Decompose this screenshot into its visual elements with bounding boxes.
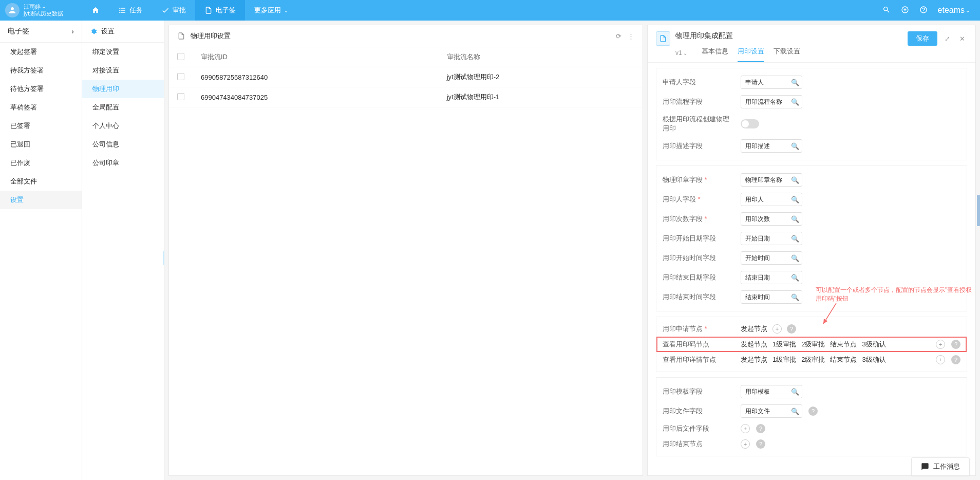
search-icon[interactable]: 🔍 [791,408,799,415]
search-icon[interactable]: 🔍 [791,79,799,86]
settings-item-personal[interactable]: 个人中心 [82,117,164,135]
template-field-label: 用印模板字段 [663,387,734,396]
form-section-3: 用印申请节点 发起节点 + ? 查看用印码节点 发起节点 1级审批 2级审批 [656,317,967,372]
tab-basic-info[interactable]: 基本信息 [702,44,728,62]
node-tag: 结束节点 [830,355,857,364]
nav-tasks[interactable]: 任务 [109,0,152,21]
message-icon [921,463,929,471]
settings-item-company-seal[interactable]: 公司印章 [82,154,164,172]
chevron-down-icon: ⌄ [284,8,288,13]
applicant-field-label: 申请人字段 [663,78,734,87]
sidebar-title[interactable]: 电子签 › [0,21,82,43]
help-icon[interactable]: ? [951,340,960,349]
sidebar-item-pending-other[interactable]: 待他方签署 [0,80,82,98]
panel-title: 物理用印设置 [191,31,231,41]
add-icon[interactable] [901,6,909,15]
more-icon[interactable]: ⋮ [628,32,634,40]
after-file-field-label: 用印后文件字段 [663,424,734,433]
add-node-button[interactable]: + [772,324,782,334]
node-tag: 3级确认 [862,355,885,364]
sidebar-item-allfiles[interactable]: 全部文件 [0,172,82,191]
help-icon[interactable]: ? [756,439,765,449]
help-icon[interactable]: ? [756,424,765,433]
node-tag: 发起节点 [741,340,767,349]
checkbox-all[interactable] [177,53,184,60]
search-icon[interactable] [882,6,891,15]
search-icon[interactable]: 🔍 [791,98,799,106]
help-icon[interactable]: ? [808,407,818,416]
process-field-label: 用印流程字段 [663,97,734,106]
work-message-button[interactable]: 工作消息 [911,457,970,476]
settings-item-global[interactable]: 全局配置 [82,98,164,117]
settings-header: 设置 [82,21,164,43]
add-button[interactable]: + [741,424,750,433]
close-icon[interactable]: ✕ [957,33,967,45]
search-icon[interactable]: 🔍 [791,235,799,243]
version-selector[interactable]: v1⌄ [675,44,687,62]
detail-title: 物理用印集成配置 [675,31,902,41]
refresh-icon[interactable]: ⟳ [616,32,621,40]
row-checkbox[interactable] [177,73,184,80]
row-checkbox[interactable] [177,93,184,100]
tab-download-settings[interactable]: 下载设置 [774,44,800,62]
data-table: 审批流ID 审批流名称 699058725587312640 jyt测试物理用印… [169,47,643,107]
avatar[interactable] [5,3,20,17]
settings-item-physical[interactable]: 物理用印 [82,80,164,98]
user-section[interactable]: 江雨婷⌄ jyt测试历史数据 [5,3,82,17]
search-icon[interactable]: 🔍 [791,388,799,396]
save-button[interactable]: 保存 [908,31,937,46]
count-field-label: 用印次数字段 [663,214,734,224]
nav-more[interactable]: 更多应用⌄ [245,0,297,21]
node-tag: 发起节点 [741,324,767,334]
table-row[interactable]: 699047434084737025 jyt测试物理用印-1 [169,87,643,107]
nav-home[interactable] [82,0,109,21]
node-tag: 结束节点 [830,340,857,349]
nav-approval[interactable]: 审批 [152,0,195,21]
sidebar-item-settings[interactable]: 设置 [0,191,82,209]
scrollbar[interactable] [977,195,980,226]
search-icon[interactable]: 🔍 [791,176,799,184]
table-panel: 物理用印设置 ⟳ ⋮ 审批流ID 审批流名称 [168,25,643,476]
create-physical-toggle[interactable] [741,119,759,128]
end-date-label: 用印结束日期字段 [663,273,734,282]
logo[interactable]: eteams⌄ [938,6,970,15]
create-physical-label: 根据用印流程创建物理用印 [663,115,734,133]
search-icon[interactable]: 🔍 [791,196,799,204]
end-node-field-label: 用印结束节点 [663,439,734,449]
user-name: 江雨婷 [24,4,41,10]
sidebar-item-initiate[interactable]: 发起签署 [0,43,82,61]
sidebar-item-voided[interactable]: 已作废 [0,154,82,172]
settings-item-company-info[interactable]: 公司信息 [82,135,164,154]
settings-item-binding[interactable]: 绑定设置 [82,43,164,61]
seal-field-label: 物理印章字段 [663,175,734,184]
sidebar-item-signed[interactable]: 已签署 [0,117,82,135]
chevron-down-icon[interactable]: ⌄ [42,4,46,10]
add-node-button[interactable]: + [936,340,945,349]
search-icon[interactable]: 🔍 [791,274,799,282]
search-icon[interactable]: 🔍 [791,254,799,262]
search-icon[interactable]: 🔍 [791,215,799,223]
search-icon[interactable]: 🔍 [791,142,799,150]
tab-seal-settings[interactable]: 用印设置 [738,44,764,62]
file-field-label: 用印文件字段 [663,407,734,416]
node-tag: 2级审批 [801,355,825,364]
apply-node-label: 用印申请节点 [663,324,734,334]
sidebar-item-draft[interactable]: 草稿签署 [0,98,82,117]
user-field-label: 用印人字段 [663,195,734,204]
settings-item-docking[interactable]: 对接设置 [82,61,164,80]
add-node-button[interactable]: + [936,355,945,364]
table-row[interactable]: 699058725587312640 jyt测试物理用印-2 [169,67,643,87]
expand-icon[interactable]: ⤢ [943,33,952,45]
add-button[interactable]: + [741,439,750,449]
sidebar-item-pending-mine[interactable]: 待我方签署 [0,61,82,80]
search-icon[interactable]: 🔍 [791,293,799,301]
sidebar-esign: 电子签 › 发起签署 待我方签署 待他方签署 草稿签署 已签署 已退回 已作废 … [0,21,82,480]
help-icon[interactable]: ? [951,355,960,364]
help-icon[interactable] [919,6,928,15]
panel-header: 物理用印设置 ⟳ ⋮ [169,25,643,47]
start-date-label: 用印开始日期字段 [663,234,734,243]
sidebar-item-returned[interactable]: 已退回 [0,135,82,154]
help-icon[interactable]: ? [787,324,796,334]
nav-esign[interactable]: 电子签 [195,0,245,21]
document-icon [177,32,185,40]
